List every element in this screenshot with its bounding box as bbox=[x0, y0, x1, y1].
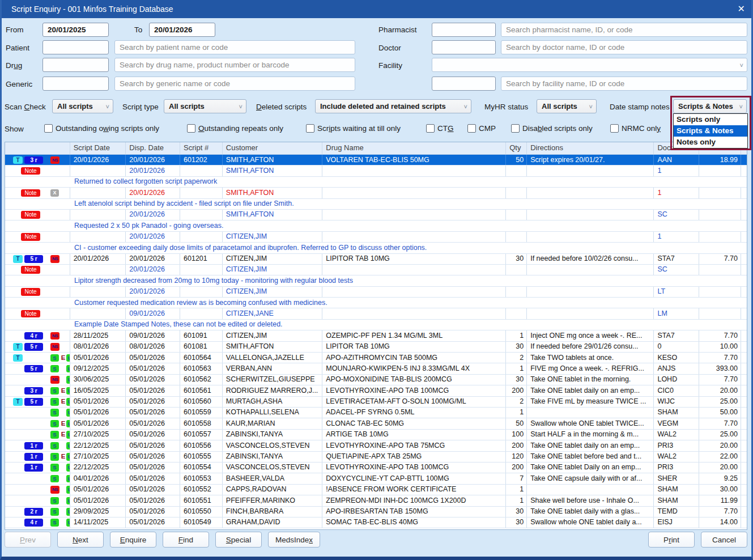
note-text-row[interactable]: Lipitor strength decreased from 20mg to … bbox=[5, 275, 747, 286]
column-header-disp-date[interactable]: Disp. Date bbox=[126, 142, 180, 154]
cell-customer: MURTAGH,ASHA bbox=[223, 397, 322, 407]
doctor-search-input[interactable] bbox=[501, 40, 747, 54]
column-header-customer[interactable]: Customer bbox=[223, 142, 322, 154]
script-row[interactable]: SU05/01/202605/01/20266010559KOTHAPALLI,… bbox=[5, 408, 747, 418]
prev-button[interactable]: Prev bbox=[5, 532, 51, 548]
script-row[interactable]: 1 rSU22/12/202505/01/20266010556VASCONCE… bbox=[5, 440, 747, 451]
note-text-row[interactable]: Example Date Stamped Notes, these can no… bbox=[5, 320, 747, 330]
cell-customer: ZABINSKI,TANYA bbox=[223, 430, 322, 440]
note-text-row[interactable]: Customer requested medication review as … bbox=[5, 298, 747, 308]
cmp-checkbox[interactable] bbox=[467, 124, 476, 133]
date-stamp-notes-combobox[interactable]: Scripts & Notes ˅ bbox=[673, 99, 747, 113]
row-status-icons: T5 rSEU bbox=[5, 397, 70, 407]
outstanding-owing-scripts-only-checkbox[interactable] bbox=[44, 124, 53, 133]
dropdown-option-scripts-notes[interactable]: Scripts & Notes bbox=[674, 125, 747, 137]
to-date-input[interactable] bbox=[149, 23, 215, 37]
note-text-row[interactable]: Returned to collect forgotten script pap… bbox=[5, 177, 747, 188]
dropdown-option-scripts-only[interactable]: Scripts only bbox=[674, 114, 747, 125]
outstanding-repeats-only-checkbox[interactable] bbox=[187, 124, 195, 133]
myhr-status-combobox[interactable]: All scripts ˅ bbox=[537, 99, 597, 113]
script-row[interactable]: 1 rSEU27/10/202505/01/20266010555ZABINSK… bbox=[5, 452, 747, 463]
print-button[interactable]: Print bbox=[648, 532, 695, 548]
dropdown-option-notes-only[interactable]: Notes only bbox=[674, 137, 747, 148]
script-row[interactable]: T5 rNS08/01/202608/01/2026601081SMITH,AF… bbox=[5, 342, 747, 353]
special-button[interactable]: Special bbox=[215, 532, 262, 548]
cell-script-no: 6010558 bbox=[180, 418, 223, 429]
facility-search-input[interactable] bbox=[501, 77, 747, 91]
medsindex-button[interactable]: MedsIndex bbox=[268, 532, 320, 548]
cell-directions bbox=[527, 210, 654, 220]
pharmacist-code-input[interactable] bbox=[432, 23, 496, 37]
find-button[interactable]: Find bbox=[163, 532, 209, 548]
enquire-button[interactable]: Enquire bbox=[110, 532, 156, 548]
script-row[interactable]: SU05/01/202605/01/20266010551PFEIFFER,MA… bbox=[5, 495, 747, 506]
cell-script-no: 601091 bbox=[180, 330, 223, 341]
next-button[interactable]: Next bbox=[57, 532, 104, 548]
drug-code-input[interactable] bbox=[42, 58, 109, 72]
scan-check-combobox[interactable]: All scripts ˅ bbox=[52, 99, 113, 113]
note-text-row[interactable]: Requested 2 x 50 pk Panadol - going over… bbox=[5, 220, 747, 231]
column-header-directions[interactable]: Directions bbox=[527, 142, 654, 154]
note-text-row[interactable]: Left atenolol script behind by accident … bbox=[5, 199, 747, 210]
generic-search-input[interactable] bbox=[114, 77, 355, 91]
script-row[interactable]: TSEU05/01/202605/01/20266010564VALLELONG… bbox=[5, 353, 747, 363]
note-row[interactable]: Note20/01/2026SMITH,AFTONSC bbox=[5, 210, 747, 220]
cell-price: 7.70 bbox=[699, 254, 741, 264]
e-flag: E bbox=[60, 420, 66, 428]
note-row[interactable]: NoteX20/01/2026SMITH,AFTON1 bbox=[5, 188, 747, 198]
ctg-checkbox[interactable] bbox=[426, 124, 435, 133]
note-row[interactable]: Note20/01/2026CITIZEN,JIMSC bbox=[5, 265, 747, 275]
column-header-icons[interactable] bbox=[5, 142, 70, 154]
facility-code-input[interactable] bbox=[432, 77, 496, 91]
cell-doctor: WAL2 bbox=[654, 452, 699, 462]
script-row[interactable]: T3 rNS20/01/202620/01/2026601202SMITH,AF… bbox=[5, 155, 747, 166]
cell-directions: Shake well before use - Inhale O... bbox=[527, 495, 654, 506]
cell-doctor: CIC0 bbox=[654, 385, 699, 396]
generic-code-input[interactable] bbox=[42, 77, 109, 91]
script-row[interactable]: 3 rSEU16/05/202505/01/20266010561RODRIGU… bbox=[5, 385, 747, 396]
cell-drug: ADACEL-PF SYRNG 0.5ML bbox=[322, 408, 506, 418]
script-row[interactable]: SU04/01/202605/01/20266010553BASHEER,VAL… bbox=[5, 473, 747, 484]
script-row[interactable]: 4 rNS28/11/202509/01/2026601091CITIZEN,J… bbox=[5, 330, 747, 341]
drug-search-input[interactable] bbox=[114, 58, 355, 72]
script-row[interactable]: 1 rSU22/12/202505/01/20266010554VASCONCE… bbox=[5, 463, 747, 473]
script-row[interactable]: SEU05/01/202605/01/20266010558KAUR,MARIA… bbox=[5, 418, 747, 429]
note-text-row[interactable]: CI - customer exceeding daily dose limit… bbox=[5, 243, 747, 253]
cancel-button[interactable]: Cancel bbox=[701, 532, 747, 548]
cell-drug bbox=[322, 287, 506, 297]
script-row[interactable]: 2 rSU29/09/202505/01/20266010550FINCH,BA… bbox=[5, 507, 747, 517]
pharmacist-search-input[interactable] bbox=[501, 23, 747, 37]
deleted-scripts-combobox[interactable]: Include deleted and retained scripts ˅ bbox=[315, 99, 471, 113]
close-icon[interactable]: ✕ bbox=[738, 3, 745, 14]
facility-combobox[interactable]: ˅ bbox=[432, 58, 747, 72]
column-header-qty[interactable]: Qty bbox=[506, 142, 527, 154]
note-row[interactable]: Note20/01/2026SMITH,AFTON1 bbox=[5, 166, 747, 176]
note-row[interactable]: Note09/01/2026CITIZEN,JANELM bbox=[5, 308, 747, 319]
script-row[interactable]: T5 rSEU05/01/202605/01/20266010560MURTAG… bbox=[5, 397, 747, 408]
note-row[interactable]: Note20/01/2026CITIZEN,JIM1 bbox=[5, 232, 747, 243]
scripts-waiting-at-till-only-checkbox[interactable] bbox=[306, 124, 314, 133]
doctor-code-input[interactable] bbox=[432, 40, 496, 54]
cell-script-date: 28/11/2025 bbox=[70, 330, 126, 341]
script-row[interactable]: NSU05/01/202605/01/20266010552CAPPS,RADO… bbox=[5, 485, 747, 495]
date-stamp-notes-label: Date stamp notes bbox=[610, 103, 670, 111]
patient-search-input[interactable] bbox=[114, 40, 355, 54]
nrmc-only-checkbox[interactable] bbox=[610, 124, 619, 133]
from-date-input[interactable] bbox=[42, 23, 109, 37]
script-row[interactable]: SEU27/10/202505/01/20266010557ZABINSKI,T… bbox=[5, 430, 747, 440]
column-header-script[interactable]: Script # bbox=[180, 142, 223, 154]
not-sent-badge: NS bbox=[50, 332, 59, 340]
column-header-drug-name[interactable]: Drug Name bbox=[322, 142, 506, 154]
script-row[interactable]: 5 rSU09/12/202505/01/20266010563VERBAN,A… bbox=[5, 363, 747, 374]
patient-code-input[interactable] bbox=[42, 40, 109, 54]
script-row[interactable]: 4 rSU14/11/202505/01/20266010549GRAHAM,D… bbox=[5, 517, 747, 528]
cell-doctor: AAN bbox=[654, 155, 699, 165]
script-row[interactable]: NSU30/06/202505/01/20266010562SCHERWITZE… bbox=[5, 375, 747, 385]
script-type-combobox[interactable]: All scripts ˅ bbox=[164, 99, 246, 113]
script-row[interactable]: T5 rNS20/01/202620/01/2026601201CITIZEN,… bbox=[5, 254, 747, 265]
cell-script-no bbox=[180, 166, 223, 176]
note-row[interactable]: Note20/01/2026CITIZEN,JIMLT bbox=[5, 287, 747, 298]
uploaded-badge: U bbox=[66, 453, 70, 461]
disabled-scripts-only-checkbox[interactable] bbox=[511, 124, 520, 133]
column-header-script-date[interactable]: Script Date bbox=[70, 142, 126, 154]
